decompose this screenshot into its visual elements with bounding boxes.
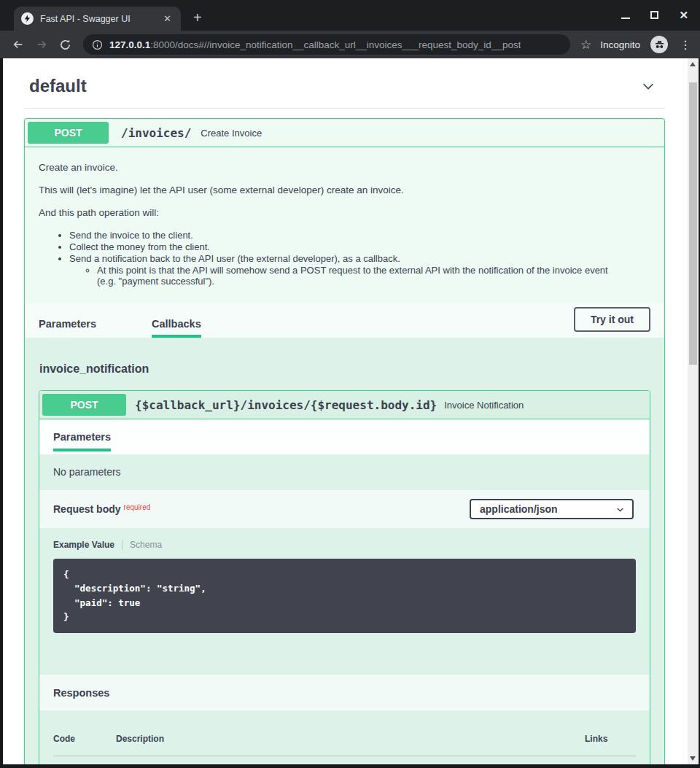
- callback-method-badge-post: POST: [42, 394, 126, 416]
- select-chevron-icon: [615, 505, 625, 514]
- chevron-down-icon[interactable]: [640, 78, 656, 94]
- tab-divider: [122, 540, 122, 550]
- description-paragraph: And this path operation will:: [39, 207, 653, 218]
- back-icon[interactable]: [9, 35, 28, 54]
- window-close-icon[interactable]: ✕: [679, 9, 688, 20]
- responses-table-section: Code Description Links 200 Successful Re…: [39, 710, 650, 765]
- example-tab-bar: Example Value Schema: [53, 540, 636, 550]
- request-body-row: Request body required application/json: [39, 490, 650, 528]
- browser-menu-icon[interactable]: ⋮: [680, 38, 691, 52]
- example-section: Example Value Schema { "description": "s…: [39, 528, 650, 675]
- opblock-post-invoices: POST /invoices/ Create Invoice Create an…: [24, 118, 665, 764]
- url-path: :8000/docs#//invoice_notification__callb…: [150, 39, 521, 50]
- window-controls: ✕: [621, 9, 688, 20]
- tab-callbacks[interactable]: Callbacks: [152, 308, 201, 338]
- responses-label: Responses: [53, 687, 109, 699]
- no-parameters-row: No parameters: [39, 454, 650, 490]
- description-paragraph: Create an invoice.: [39, 162, 653, 173]
- page-scrollbar[interactable]: [688, 58, 699, 764]
- content-type-select[interactable]: application/json: [470, 499, 634, 519]
- tab-example-value[interactable]: Example Value: [53, 540, 114, 550]
- minimize-icon[interactable]: [621, 18, 630, 19]
- description-bullet-list: Send the invoice to the client. Collect …: [39, 230, 653, 287]
- responses-header-row: Responses: [39, 675, 650, 710]
- content-type-value: application/json: [480, 503, 558, 515]
- url-host: 127.0.0.1: [109, 39, 150, 50]
- callback-summary[interactable]: POST {$callback_url}/invoices/{$request.…: [39, 391, 650, 419]
- new-tab-icon[interactable]: +: [193, 9, 202, 26]
- swagger-page: default POST /invoices/ Create Invoice C…: [3, 58, 688, 764]
- bookmark-star-icon[interactable]: ☆: [580, 39, 591, 51]
- callback-summary-text: Invoice Notification: [444, 400, 524, 411]
- opblock-summary[interactable]: POST /invoices/ Create Invoice: [25, 119, 664, 147]
- operation-path: /invoices/: [121, 126, 191, 140]
- forward-icon[interactable]: [32, 35, 51, 54]
- scrollbar-up-icon[interactable]: [690, 62, 696, 66]
- page-frame: default POST /invoices/ Create Invoice C…: [0, 58, 700, 768]
- scrollbar-down-icon[interactable]: [690, 756, 696, 761]
- operation-tab-bar: Parameters Callbacks Try it out: [25, 303, 664, 338]
- tab-title: Fast API - Swagger UI: [40, 14, 155, 24]
- site-info-icon[interactable]: [92, 39, 103, 50]
- method-badge-post: POST: [28, 122, 109, 144]
- sub-bullet-item: At this point is that the API will someh…: [97, 265, 629, 287]
- description-paragraph: This will (let's imagine) let the API us…: [39, 185, 653, 195]
- header-code: Code: [53, 734, 116, 744]
- bullet-item: Collect the money from the client.: [69, 241, 653, 252]
- section-title: default: [29, 76, 87, 96]
- no-parameters-text: No parameters: [53, 466, 121, 478]
- maximize-icon[interactable]: [650, 11, 658, 19]
- try-it-out-button[interactable]: Try it out: [574, 307, 650, 332]
- header-description: Description: [116, 734, 585, 744]
- scrollbar-thumb[interactable]: [689, 82, 697, 365]
- fastapi-favicon-icon: [21, 12, 34, 25]
- tab-schema[interactable]: Schema: [130, 540, 162, 550]
- callback-path: {$callback_url}/invoices/{$request.body.…: [135, 398, 437, 412]
- example-code-block[interactable]: { "description": "string", "paid": true …: [53, 559, 636, 633]
- browser-toolbar: 127.0.0.1:8000/docs#//invoice_notificati…: [0, 31, 700, 58]
- bullet-item: Send the invoice to the client.: [69, 230, 653, 241]
- callback-opblock: POST {$callback_url}/invoices/{$request.…: [39, 390, 650, 764]
- callback-tab-parameters[interactable]: Parameters: [53, 431, 111, 451]
- url-text: 127.0.0.1:8000/docs#//invoice_notificati…: [109, 39, 521, 50]
- responses-table-header: Code Description Links: [53, 728, 636, 756]
- callback-name: invoice_notification: [39, 362, 650, 376]
- operation-summary: Create Invoice: [201, 128, 262, 139]
- url-bar[interactable]: 127.0.0.1:8000/docs#//invoice_notificati…: [83, 34, 570, 55]
- reload-icon[interactable]: [55, 35, 74, 54]
- required-badge: required: [124, 503, 151, 511]
- operation-description: Create an invoice. This will (let's imag…: [25, 147, 664, 303]
- bullet-item: Send a notification back to the API user…: [69, 253, 653, 287]
- callbacks-container: invoice_notification POST {$callback_url…: [25, 338, 664, 764]
- callback-tab-bar: Parameters: [39, 419, 650, 454]
- tab-close-icon[interactable]: ✕: [161, 13, 174, 24]
- request-body-label: Request body: [53, 503, 121, 515]
- incognito-icon: [650, 36, 668, 53]
- browser-tab[interactable]: Fast API - Swagger UI ✕: [14, 7, 181, 31]
- header-links: Links: [585, 734, 636, 744]
- description-sub-list: At this point is that the API will someh…: [69, 265, 653, 287]
- tab-parameters[interactable]: Parameters: [39, 308, 96, 338]
- default-section-header[interactable]: default: [24, 71, 665, 109]
- incognito-label: Incognito: [600, 39, 640, 50]
- response-row-200: 200 Successful Response No links: [53, 756, 636, 765]
- browser-titlebar: Fast API - Swagger UI ✕ + ✕: [0, 0, 700, 31]
